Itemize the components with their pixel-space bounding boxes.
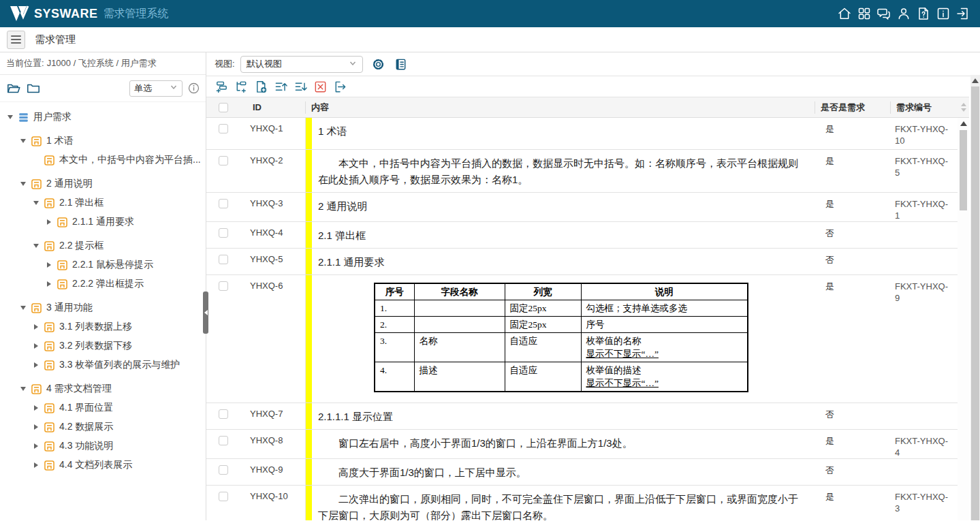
export-icon[interactable] [333, 80, 347, 94]
tree-item[interactable]: 1 术语 [0, 131, 206, 151]
table-row[interactable]: YHXQ-11 术语是FKXT-YHXQ-10 [206, 118, 958, 150]
messages-icon[interactable] [876, 6, 891, 21]
doc-table-row: 3.名称自适应枚举值的名称显示不下显示“…” [375, 333, 748, 362]
tree-expand-open-icon[interactable] [18, 306, 28, 310]
tree-item[interactable]: 3 通用功能 [0, 298, 206, 317]
user-icon[interactable] [896, 6, 911, 21]
tree-expand-open-icon[interactable] [31, 244, 41, 248]
row-checkbox[interactable] [219, 465, 228, 475]
doc-icon [44, 155, 55, 166]
tree-expand-closed-icon[interactable] [31, 405, 41, 411]
page-scrollbar-thumb[interactable] [971, 86, 979, 520]
table-row[interactable]: YHXQ-32 通用说明是FKXT-YHXQ-1 [206, 193, 958, 222]
add-sibling-node-icon[interactable] [215, 80, 229, 94]
table-scrollbar[interactable] [958, 97, 969, 520]
folder-closed-icon[interactable] [26, 81, 41, 96]
column-header-id[interactable]: ID [240, 102, 305, 112]
column-header-req-number[interactable]: 需求编号 [890, 101, 958, 114]
tree-expand-open-icon[interactable] [5, 115, 15, 119]
row-checkbox[interactable] [219, 255, 228, 264]
tree-item[interactable]: 4.3 功能说明 [0, 437, 206, 456]
row-checkbox[interactable] [219, 492, 228, 501]
tree-item[interactable]: 3.2 列表数据下移 [0, 336, 206, 356]
tree-item[interactable]: 4 需求文档管理 [0, 379, 206, 398]
select-all-checkbox[interactable] [219, 103, 228, 112]
tree-expand-open-icon[interactable] [18, 139, 28, 143]
logout-icon[interactable] [955, 6, 970, 21]
table-row[interactable]: YHXQ-10二次弹出的窗口，原则相同，同时，不可完全盖住下层窗口，界面上沿低于… [206, 486, 958, 520]
row-checkbox-cell [206, 249, 240, 264]
tree-expand-closed-icon[interactable] [31, 462, 41, 468]
delete-icon[interactable] [313, 80, 328, 94]
tree-item[interactable]: 2.2 提示框 [0, 236, 206, 255]
scroll-down-mini-icon[interactable] [961, 108, 966, 112]
table-row[interactable]: YHXQ-2本文中，中括号中内容为平台插入的数据，数据显示时无中括号。如：名称顺… [206, 150, 958, 193]
apps-grid-icon[interactable] [857, 6, 872, 21]
tree-expand-closed-icon[interactable] [44, 281, 54, 287]
row-checkbox[interactable] [219, 124, 228, 133]
table-row[interactable]: YHXQ-42.1 弹出框否 [206, 222, 958, 249]
tree-expand-open-icon[interactable] [18, 182, 28, 186]
view-config-icon[interactable] [394, 57, 408, 72]
scrollbar-up-button[interactable] [958, 118, 969, 129]
home-icon[interactable] [837, 6, 852, 21]
row-content: 1 术语 [305, 118, 815, 149]
table-row[interactable]: YHXQ-9高度大于界面1/3的窗口，上下居中显示。否 [206, 459, 958, 486]
tree-item[interactable]: 2.2.2 弹出框提示 [0, 274, 206, 294]
tree-expand-closed-icon[interactable] [44, 262, 54, 268]
tree-item[interactable]: 4.4 文档列表展示 [0, 456, 206, 475]
move-down-icon[interactable] [294, 80, 308, 94]
tree-item[interactable]: 3.3 枚举值列表的展示与维护 [0, 356, 206, 375]
info-square-icon[interactable] [936, 6, 951, 21]
tree-expand-closed-icon[interactable] [31, 324, 41, 330]
page-scroll-up-button[interactable] [970, 75, 980, 86]
tree-item[interactable]: 4.2 数据展示 [0, 417, 206, 437]
table-row[interactable]: YHXQ-6序号字段名称列宽说明1.固定25px勾选框；支持单选或多选2.固定2… [206, 275, 958, 403]
tree-item[interactable]: 2 通用说明 [0, 174, 206, 193]
panel-collapse-handle[interactable] [203, 291, 208, 334]
hamburger-menu-icon[interactable] [7, 31, 25, 49]
tree-item[interactable]: 4.1 界面位置 [0, 398, 206, 417]
tree-expand-closed-icon[interactable] [31, 343, 41, 349]
row-checkbox[interactable] [219, 199, 228, 208]
tree-expand-closed-icon[interactable] [44, 219, 54, 225]
tree-item[interactable]: 本文中，中括号中内容为平台插... [0, 151, 206, 170]
settings-gear-icon[interactable] [371, 57, 385, 72]
page-scrollbar[interactable] [970, 75, 980, 520]
selection-mode-select[interactable]: 单选 [129, 80, 183, 97]
scrollbar-thumb[interactable] [960, 130, 967, 210]
move-up-icon[interactable] [274, 80, 288, 94]
scroll-up-mini-icon[interactable] [961, 103, 966, 106]
tree-expand-closed-icon[interactable] [31, 362, 41, 368]
tree-expand-closed-icon[interactable] [31, 443, 41, 449]
tree-item[interactable]: 2.2.1 鼠标悬停提示 [0, 255, 206, 274]
tree-item-label: 4 需求文档管理 [46, 383, 112, 395]
column-header-content[interactable]: 内容 [305, 101, 815, 114]
row-checkbox[interactable] [219, 156, 228, 165]
row-checkbox[interactable] [219, 228, 228, 238]
document-help-icon[interactable] [916, 6, 931, 21]
tree-expand-open-icon[interactable] [18, 387, 28, 391]
row-checkbox[interactable] [219, 281, 228, 291]
tree-item[interactable]: 用户需求 [0, 108, 206, 127]
tree-item[interactable]: 2.1 弹出框 [0, 193, 206, 212]
table-row[interactable]: YHXQ-52.1.1 通用要求否 [206, 249, 958, 275]
add-child-node-icon[interactable] [234, 80, 249, 94]
info-circle-icon[interactable] [188, 82, 200, 94]
table-row[interactable]: YHXQ-72.1.1.1 显示位置否 [206, 403, 958, 430]
add-requirement-icon[interactable] [254, 80, 268, 94]
table-row[interactable]: YHXQ-8窗口左右居中，高度小于界面1/3的窗口，上沿在界面上方1/3处。是F… [206, 430, 958, 459]
tree-expand-closed-icon[interactable] [31, 424, 41, 430]
row-checkbox[interactable] [219, 436, 228, 445]
row-is-requirement: 是 [815, 150, 890, 168]
tree-item[interactable]: 2.1.1 通用要求 [0, 212, 206, 232]
view-select[interactable]: 默认视图 [240, 56, 363, 73]
doc-icon [31, 136, 42, 147]
main-panel: 视图: 默认视图 ID 内容 是否是需求 需求编号 YHXQ-11 术语是FKX… [206, 52, 980, 520]
row-checkbox-cell [206, 486, 240, 501]
column-header-is-requirement[interactable]: 是否是需求 [815, 101, 890, 114]
folder-open-icon[interactable] [6, 81, 21, 96]
tree-expand-open-icon[interactable] [31, 201, 41, 205]
tree-item[interactable]: 3.1 列表数据上移 [0, 317, 206, 336]
row-checkbox[interactable] [219, 409, 228, 419]
